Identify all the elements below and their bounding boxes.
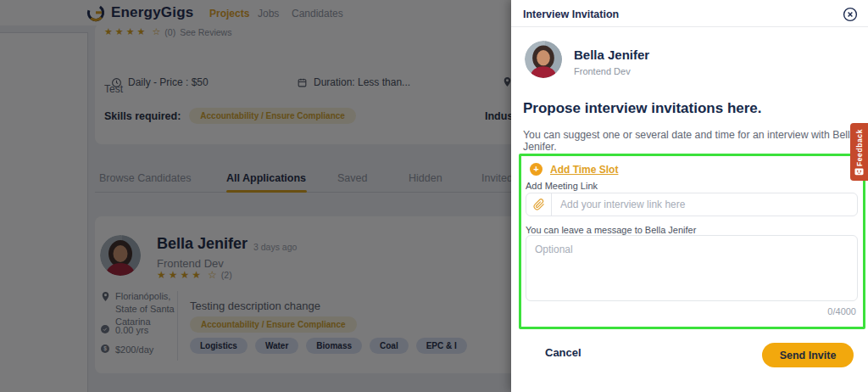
message-label: You can leave a message to Bella Jenifer	[526, 225, 696, 235]
meeting-link-input[interactable]	[552, 199, 857, 210]
invitation-form-highlight: + Add Time Slot Add Meeting Link You can…	[519, 154, 865, 329]
message-textarea[interactable]	[526, 235, 858, 301]
interview-invitation-panel: Interview Invitation Bella Jenifer Front…	[511, 0, 868, 392]
panel-title: Interview Invitation	[523, 8, 619, 20]
cancel-button[interactable]: Cancel	[545, 346, 581, 359]
close-icon[interactable]	[843, 7, 858, 22]
meeting-link-field	[526, 193, 858, 216]
send-invite-button[interactable]: Send Invite	[762, 343, 854, 367]
add-time-slot-label: Add Time Slot	[550, 164, 618, 176]
meeting-link-label: Add Meeting Link	[526, 181, 598, 191]
feedback-smiley-icon	[854, 168, 864, 176]
character-counter: 0/4000	[827, 306, 856, 316]
plus-circle-icon: +	[530, 163, 542, 176]
panel-candidate-role: Frontend Dev	[574, 66, 631, 76]
candidate-avatar	[525, 41, 562, 78]
paperclip-icon	[526, 193, 552, 216]
panel-candidate-name: Bella Jenifer	[574, 48, 649, 62]
panel-subtitle: You can suggest one or several date and …	[523, 129, 862, 153]
modal-dim-overlay[interactable]	[0, 0, 511, 392]
feedback-label: Feedback	[855, 129, 864, 166]
add-time-slot-button[interactable]: + Add Time Slot	[530, 163, 618, 176]
panel-heading: Propose interview invitations here.	[523, 100, 762, 117]
feedback-tab[interactable]: Feedback	[850, 123, 868, 181]
panel-header: Interview Invitation	[511, 0, 868, 27]
